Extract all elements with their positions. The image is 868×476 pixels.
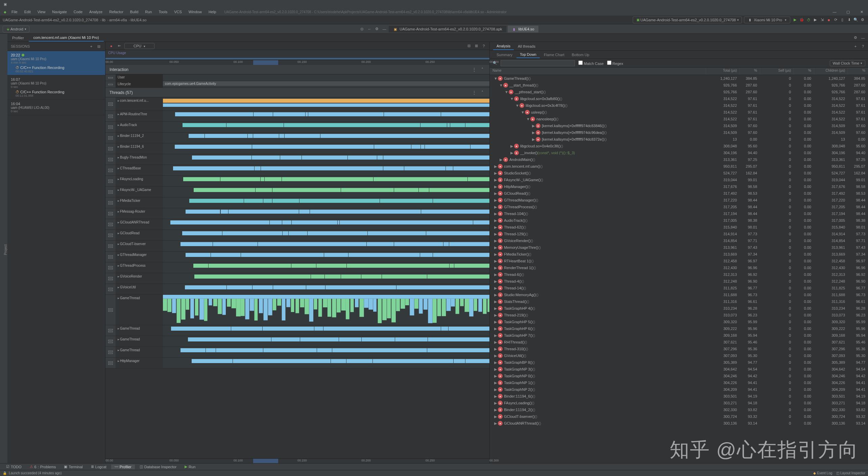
- prev-icon[interactable]: ⇤: [116, 43, 122, 49]
- run-play-icon[interactable]: ▶: [792, 17, 798, 23]
- thread-track[interactable]: ▸FAsyncLoading: [105, 176, 489, 187]
- thread-track[interactable]: ▸HttpManager: [105, 358, 489, 368]
- tree-row[interactable]: ▼●libgcloud.so+0x3afb80() () 314,52297.6…: [490, 95, 868, 102]
- subtab-flame[interactable]: Flame Chart: [540, 52, 568, 58]
- thread-track[interactable]: ▸GCloudRead: [105, 230, 489, 241]
- col-pct[interactable]: %: [794, 68, 814, 75]
- tree-row[interactable]: ▶●Thread-104() () 317,19498.44 00.00 317…: [490, 210, 868, 217]
- tree-rows[interactable]: ▼●GameThread() () 1,240,127384.85 00.00 …: [490, 75, 868, 463]
- thread-track[interactable]: ▸GThreadProcess: [105, 262, 489, 273]
- regex-check[interactable]: Regex: [607, 61, 623, 66]
- cpu-usage-strip[interactable]: CPU Usage: [105, 50, 489, 60]
- editor-tab-apk[interactable]: ▣ UAGame-Android-Test-arm64-es2_v0.2.0.1…: [389, 25, 506, 32]
- tree-row[interactable]: ▶●Thread-14() () 311,82596.77 00.00 311,…: [490, 285, 868, 291]
- col-total[interactable]: Total (μs): [706, 68, 740, 75]
- avd-icon[interactable]: ▯: [840, 17, 845, 23]
- collapse-all-icon[interactable]: ⊟: [466, 43, 472, 49]
- session-item[interactable]: 16:07uam (Xiaomi Mi 10 Pro)0 sec⏱ C/C++ …: [7, 75, 105, 100]
- menu-code[interactable]: Code: [71, 9, 85, 15]
- tree-row[interactable]: ▶●GCloudT-bserver() () 300,72493.32 00.0…: [490, 413, 868, 420]
- match-case-check[interactable]: Match Case: [578, 61, 604, 66]
- collapse-icon[interactable]: ˄: [479, 90, 485, 96]
- filter-input[interactable]: [501, 60, 575, 66]
- tree-row[interactable]: ▶●Thread-129() () 314,91497.73 00.00 314…: [490, 231, 868, 237]
- thread-track[interactable]: ▸GameThread: [105, 336, 489, 347]
- tree-row[interactable]: ▶●GThreadProcess() () 317,20598.44 00.00…: [490, 204, 868, 210]
- session-item[interactable]: 16:04uam (HUAWEI LIO-AL00)0 sec: [7, 100, 105, 115]
- menu-file[interactable]: File: [9, 9, 20, 15]
- breadcrumb-item[interactable]: lib: [102, 18, 108, 22]
- tree-row[interactable]: ▶●[kernel.kallsyms]+0xffffff974dc96dea()…: [490, 129, 868, 136]
- lane[interactable]: com.epicgames.ue4.GameActivity: [163, 81, 489, 88]
- tree-row[interactable]: ▶●libgcloud.so+0x4e0c38() () 308,04895.6…: [490, 143, 868, 149]
- tree-row[interactable]: ▶●Thread-6() () 312,31396.92 00.00 312,3…: [490, 271, 868, 278]
- tab-all-threads[interactable]: All threads: [514, 43, 539, 50]
- tree-row[interactable]: ▶●FMediaTicker() () 313,66997.34 00.00 3…: [490, 251, 868, 258]
- tree-row[interactable]: ▶●TaskGraphNP 1() () 304,22694.41 00.00 …: [490, 379, 868, 386]
- tab-process[interactable]: com.tencent.mf.uam (Xiaomi Mi 10 Pro): [29, 34, 104, 42]
- stop-icon[interactable]: ■: [826, 17, 831, 23]
- thread-track[interactable]: ▸GCloudANRThread: [105, 219, 489, 230]
- device-dropdown[interactable]: ▮ Xiaomi Mi 10 Pro ▾: [744, 17, 790, 23]
- minimize-button[interactable]: —: [828, 10, 841, 14]
- breadcrumb-item[interactable]: UAGame-Android-Test-arm64-es2_v0.2.0.102…: [3, 18, 101, 22]
- tree-row[interactable]: ▶●GVoiceUtil() () 307,09395.30 00.00 307…: [490, 352, 868, 359]
- maximize-button[interactable]: ▢: [842, 10, 854, 14]
- platform-dropdown[interactable]: ⬙ Android ▾: [3, 26, 29, 32]
- tree-row[interactable]: ▶●Binder:11194_6() () 303,50194.19 00.00…: [490, 393, 868, 400]
- gutter-project[interactable]: Project: [4, 244, 7, 255]
- tree-row[interactable]: ▶●[kernel.kallsyms]+0xffffff974dc8372e()…: [490, 136, 868, 143]
- thread-track[interactable]: ▸GVoiceRender: [105, 273, 489, 284]
- thread-track[interactable]: ▸GCloudT-bserver: [105, 241, 489, 252]
- menu-window[interactable]: Window: [186, 9, 204, 15]
- view-select[interactable]: CPU ▾: [124, 43, 154, 49]
- expand-analysis-icon[interactable]: +: [852, 43, 859, 49]
- collapse-icon[interactable]: ⊟: [96, 43, 102, 49]
- gear-icon[interactable]: ⚙: [852, 35, 859, 41]
- tree-row[interactable]: ▶●__invoke() (const*, void (*)()::$_3) 3…: [490, 149, 868, 156]
- more-icon[interactable]: ⋮: [471, 67, 477, 73]
- editor-tab-so[interactable]: ▮ libUE4.so: [508, 25, 538, 32]
- tab-profiler[interactable]: Profiler: [7, 34, 29, 41]
- col-pct[interactable]: %: [740, 68, 760, 75]
- time-ruler-bottom[interactable]: 00.0000.05000.10000.15000.20000.25000.30…: [105, 458, 489, 463]
- menu-help[interactable]: Help: [206, 9, 219, 15]
- tree-row[interactable]: ▶●AudioTrack() () 317,00598.38 00.00 317…: [490, 217, 868, 224]
- tree-row[interactable]: ▼●libgcloud.so+0x3c4f78() () 314,52297.6…: [490, 102, 868, 109]
- breadcrumb-item[interactable]: arm64-v8a: [109, 18, 130, 22]
- target-icon[interactable]: ◎: [359, 26, 365, 32]
- time-mode-select[interactable]: Wall Clock Time ▾: [830, 60, 865, 66]
- session-item[interactable]: 20:22uam (Xiaomi Mi 10 Pro)4 min 9 sec⏱ …: [7, 51, 105, 75]
- more-icon[interactable]: ⋮: [471, 90, 477, 96]
- thread-track[interactable]: ▸com.tencent.mf.u...: [105, 97, 489, 111]
- search-icon[interactable]: 🔍: [853, 17, 859, 23]
- expand-icon[interactable]: ⊞: [473, 43, 479, 49]
- menu-run[interactable]: Run: [142, 9, 154, 15]
- tree-row[interactable]: ▶●HttpManager() () 317,67698.58 00.00 31…: [490, 183, 868, 190]
- col-name[interactable]: Name: [490, 68, 706, 75]
- tree-row[interactable]: ▼●GameThread() () 1,240,127384.85 00.00 …: [490, 75, 868, 82]
- menu-navigate[interactable]: Navigate: [49, 9, 69, 15]
- thread-track[interactable]: ▸FMediaTicker: [105, 197, 489, 208]
- gear-icon[interactable]: ⚙: [374, 26, 380, 32]
- btab-logcat[interactable]: ≣Logcat: [88, 464, 110, 469]
- tree-row[interactable]: ▶●RenderThread 1() () 312,43096.96 00.00…: [490, 264, 868, 271]
- tree-row[interactable]: ▶●GCloudRead() () 317,49298.53 00.00 317…: [490, 190, 868, 197]
- menu-vcs[interactable]: VCS: [171, 9, 185, 15]
- menu-build[interactable]: Build: [127, 9, 141, 15]
- time-ruler[interactable]: 00.0000.05000.10000.15000.20000.25000.30…: [105, 60, 489, 65]
- back-icon[interactable]: ←: [366, 26, 372, 32]
- btab-terminal[interactable]: ▣Terminal: [61, 464, 86, 469]
- tree-row[interactable]: ▼●nanosleep() () 314,52297.61 00.00 314,…: [490, 116, 868, 122]
- col-self[interactable]: Self (μs): [760, 68, 794, 75]
- coverage-icon[interactable]: ▶: [813, 17, 818, 23]
- tree-row[interactable]: ▼●usleep() () 314,52297.61 00.00 314,522…: [490, 109, 868, 116]
- run-config-dropdown[interactable]: ▣ UAGame-Android-Test-arm64-es2_v0.2.0.1…: [633, 17, 742, 23]
- tree-row[interactable]: ▶●[kernel.kallsyms]+0xffffff974dc83846()…: [490, 122, 868, 129]
- tree-row[interactable]: ▶●GCloudANRThread() () 300,13693.14 00.0…: [490, 420, 868, 427]
- tree-row[interactable]: ▶●GVoiceRender() () 314,85497.71 00.00 3…: [490, 237, 868, 244]
- col-pct[interactable]: %: [848, 68, 868, 75]
- lane[interactable]: [163, 74, 489, 81]
- tree-row[interactable]: ▶●TaskGraphHP 4() () 310,23496.28 00.00 …: [490, 305, 868, 312]
- close-button[interactable]: ✕: [855, 10, 868, 14]
